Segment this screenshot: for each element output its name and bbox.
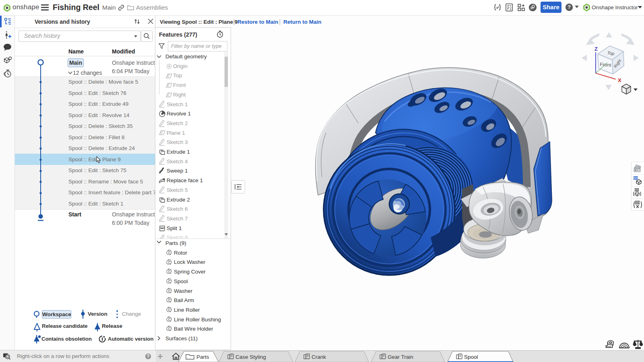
svg-text:Front: Front: [600, 62, 612, 68]
svg-text:Spool: Spool: [464, 354, 478, 360]
svg-text:Top: Top: [607, 50, 615, 56]
svg-text:Crank: Crank: [312, 354, 326, 360]
svg-text:X: X: [618, 77, 621, 83]
svg-text:Z: Z: [594, 46, 598, 52]
svg-text:Case Styling: Case Styling: [235, 354, 266, 360]
svg-text:?: ?: [147, 354, 149, 358]
svg-text:Gear Train: Gear Train: [388, 354, 413, 360]
svg-text:Parts: Parts: [196, 354, 209, 360]
svg-text:?: ?: [568, 4, 571, 10]
